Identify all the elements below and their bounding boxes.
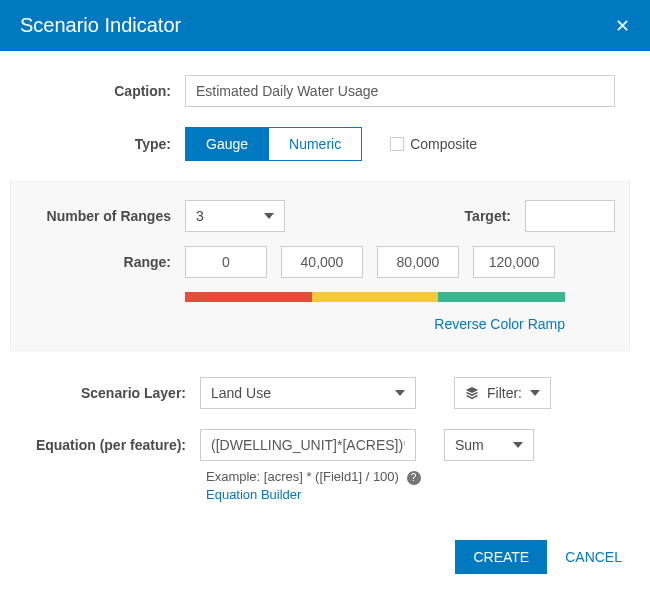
filter-label: Filter: <box>487 385 522 401</box>
composite-checkbox[interactable]: Composite <box>390 136 477 152</box>
cancel-button[interactable]: CANCEL <box>565 549 622 565</box>
type-toggle-numeric[interactable]: Numeric <box>269 127 362 161</box>
caption-input[interactable] <box>185 75 615 107</box>
chevron-down-icon <box>264 213 274 219</box>
dialog-footer: CREATE CANCEL <box>0 522 650 598</box>
aggregation-value: Sum <box>455 437 484 453</box>
equation-label: Equation (per feature): <box>10 436 200 454</box>
scenario-layer-select[interactable]: Land Use <box>200 377 416 409</box>
type-toggle-gauge[interactable]: Gauge <box>185 127 269 161</box>
range-input-1[interactable] <box>281 246 363 278</box>
close-icon[interactable]: ✕ <box>615 15 630 37</box>
type-label: Type: <box>10 136 185 152</box>
aggregation-select[interactable]: Sum <box>444 429 534 461</box>
target-label: Target: <box>465 208 511 224</box>
checkbox-box-icon <box>390 137 404 151</box>
range-input-0[interactable] <box>185 246 267 278</box>
ranges-count-select[interactable]: 3 <box>185 200 285 232</box>
equation-builder-link[interactable]: Equation Builder <box>206 487 630 502</box>
dialog-title: Scenario Indicator <box>20 14 181 37</box>
composite-label: Composite <box>410 136 477 152</box>
color-ramp <box>185 292 565 302</box>
ranges-count-label: Number of Ranges <box>15 208 185 224</box>
chevron-down-icon <box>513 442 523 448</box>
scenario-layer-value: Land Use <box>211 385 271 401</box>
equation-input[interactable] <box>200 429 416 461</box>
scenario-layer-label: Scenario Layer: <box>10 385 200 401</box>
filter-button[interactable]: Filter: <box>454 377 551 409</box>
chevron-down-icon <box>530 390 540 396</box>
help-icon[interactable]: ? <box>407 471 421 485</box>
ranges-count-value: 3 <box>196 208 204 224</box>
chevron-down-icon <box>395 390 405 396</box>
create-button[interactable]: CREATE <box>455 540 547 574</box>
dialog-header: Scenario Indicator ✕ <box>0 0 650 51</box>
equation-example: Example: [acres] * ([Field1] / 100) ? <box>206 469 630 485</box>
target-input[interactable] <box>525 200 615 232</box>
layers-icon <box>465 386 479 400</box>
reverse-ramp-link[interactable]: Reverse Color Ramp <box>434 316 565 332</box>
range-input-2[interactable] <box>377 246 459 278</box>
ranges-panel: Number of Ranges 3 Target: Range: <box>10 181 630 351</box>
range-input-3[interactable] <box>473 246 555 278</box>
type-toggle-group: Gauge Numeric <box>185 127 362 161</box>
range-label: Range: <box>15 254 185 270</box>
caption-label: Caption: <box>10 83 185 99</box>
ramp-segment-green <box>438 292 565 302</box>
ramp-segment-red <box>185 292 312 302</box>
ramp-segment-yellow <box>312 292 439 302</box>
